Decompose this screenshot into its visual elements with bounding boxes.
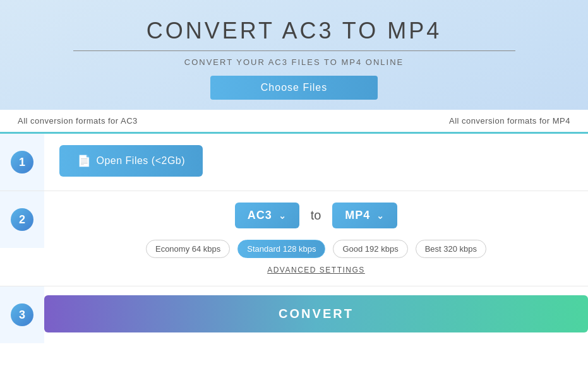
- format-row: AC3 ⌄ to MP4 ⌄: [235, 203, 398, 228]
- quality-good[interactable]: Good 192 kbps: [333, 240, 407, 258]
- step-1-content: 📄 Open Files (<2Gb): [44, 134, 588, 188]
- main-content: 1 📄 Open Files (<2Gb) 2 AC3: [0, 134, 588, 388]
- header: CONVERT AC3 TO MP4 CONVERT YOUR AC3 FILE…: [0, 0, 588, 110]
- tab-bar: All conversion formats for AC3 All conve…: [0, 110, 588, 134]
- step-2-row: 2 AC3 ⌄ to MP4 ⌄ Economy 64 kbps: [0, 191, 588, 286]
- step-1-row: 1 📄 Open Files (<2Gb): [0, 134, 588, 191]
- step-3-content: CONVERT: [44, 286, 588, 341]
- open-files-button[interactable]: 📄 Open Files (<2Gb): [59, 145, 203, 177]
- step-2-number-col: 2: [0, 191, 44, 248]
- step-1-circle: 1: [11, 151, 33, 173]
- from-format-select[interactable]: AC3 ⌄: [235, 203, 299, 228]
- step-3-row: 3 CONVERT: [0, 286, 588, 343]
- step-2-content: AC3 ⌄ to MP4 ⌄ Economy 64 kbps Standard …: [44, 191, 588, 286]
- to-label: to: [311, 208, 321, 223]
- step-3-circle: 3: [11, 303, 33, 326]
- to-format-chevron: ⌄: [376, 211, 385, 221]
- title-underline: [73, 50, 515, 51]
- page-wrapper: CONVERT AC3 TO MP4 CONVERT YOUR AC3 FILE…: [0, 0, 588, 388]
- from-format-chevron: ⌄: [279, 211, 287, 221]
- page-title: CONVERT AC3 TO MP4: [147, 18, 441, 44]
- step-1-number-col: 1: [0, 134, 44, 191]
- convert-button[interactable]: CONVERT: [44, 295, 588, 332]
- choose-files-button[interactable]: Choose Files: [210, 76, 378, 100]
- advanced-settings-link[interactable]: ADVANCED SETTINGS: [267, 266, 365, 274]
- quality-economy[interactable]: Economy 64 kbps: [146, 240, 230, 258]
- tab-mp4-formats[interactable]: All conversion formats for MP4: [444, 110, 575, 132]
- step-2-circle: 2: [11, 208, 33, 231]
- quality-standard[interactable]: Standard 128 kbps: [237, 240, 325, 258]
- to-format-select[interactable]: MP4 ⌄: [332, 203, 397, 228]
- tab-ac3-formats[interactable]: All conversion formats for AC3: [13, 110, 143, 132]
- page-subtitle: CONVERT YOUR AC3 FILES TO MP4 ONLINE: [184, 57, 404, 67]
- quality-best[interactable]: Best 320 kbps: [416, 240, 486, 258]
- quality-row: Economy 64 kbps Standard 128 kbps Good 1…: [146, 240, 486, 258]
- file-icon: 📄: [77, 154, 92, 168]
- step-3-number-col: 3: [0, 286, 44, 343]
